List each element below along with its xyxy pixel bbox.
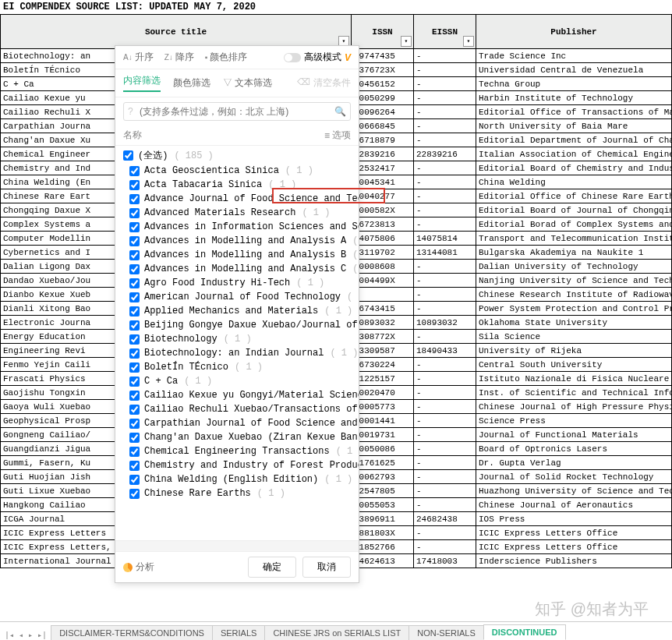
cell-eissn[interactable]: - (414, 274, 476, 288)
filter-list-item[interactable]: Agro Food Industry Hi-Tech( 1 ) (115, 276, 359, 290)
item-checkbox[interactable] (129, 391, 140, 401)
cell-eissn[interactable]: - (414, 428, 476, 442)
cell-issn[interactable]: 01761625 (352, 456, 414, 470)
text-filter-button[interactable]: ▽ 文本筛选 (223, 76, 272, 90)
cell-eissn[interactable]: - (414, 386, 476, 400)
tab-color-filter[interactable]: 颜色筛选 (173, 76, 210, 90)
cell-issn[interactable]: 02547805 (352, 484, 414, 498)
cell-eissn[interactable]: - (414, 105, 476, 119)
cell-publisher[interactable]: Editorial Borad of Complex Systems and C… (476, 217, 672, 232)
cell-publisher[interactable]: Board of Optronics Lasers (476, 442, 672, 456)
clear-conditions-button[interactable]: ⌫ 清空条件 (297, 76, 351, 90)
sort-color-button[interactable]: ▪ 颜色排序 (205, 51, 248, 64)
tab-content-filter[interactable]: 内容筛选 (123, 74, 161, 92)
cell-issn[interactable]: 10050086 (352, 442, 414, 456)
sort-asc-button[interactable]: A↓ 升序 (123, 51, 154, 64)
item-checkbox[interactable] (129, 489, 140, 499)
item-checkbox[interactable] (129, 433, 140, 443)
item-checkbox[interactable] (129, 180, 140, 190)
cell-publisher[interactable]: Editorial Board of Journal of Chongqing … (476, 203, 672, 217)
filter-dropdown-icon[interactable]: ▾ (401, 36, 412, 47)
cell-eissn[interactable]: - (414, 288, 476, 302)
cell-eissn[interactable]: - (414, 526, 476, 540)
filter-list-item[interactable]: Advanced Materials Research( 1 ) (115, 206, 359, 220)
cell-issn[interactable]: 10893032 (352, 316, 414, 330)
col-publisher[interactable]: Publisher (476, 15, 672, 49)
item-checkbox[interactable] (129, 194, 140, 204)
cell-issn[interactable]: 11225157 (352, 372, 414, 386)
cell-publisher[interactable]: Sila Science (476, 330, 672, 344)
cell-publisher[interactable]: Editorial Office of Chinese Rare Earths (476, 189, 672, 203)
cell-issn[interactable]: 10020470 (352, 386, 414, 400)
cell-publisher[interactable]: Editorial Office of Transactions of Mate… (476, 105, 672, 119)
cell-issn[interactable]: 22839216 (352, 147, 414, 161)
filter-list-item[interactable]: Chemistry and Industry of Forest Product… (115, 458, 359, 472)
filter-list-item[interactable]: Acta Tabacaria Sinica( 1 ) (115, 178, 359, 192)
item-checkbox[interactable] (129, 292, 140, 302)
cell-issn[interactable]: 16723813 (352, 217, 414, 232)
filter-list-item[interactable]: American Journal of Food Technology( 1 ) (115, 290, 359, 304)
item-checkbox[interactable] (129, 264, 140, 274)
cell-publisher[interactable]: Techna Group (476, 77, 672, 91)
item-checkbox[interactable] (129, 250, 140, 260)
filter-list-item[interactable]: China Welding (English Edition)( 1 ) (115, 472, 359, 486)
cell-publisher[interactable]: Science Press (476, 414, 672, 428)
filter-list-item[interactable]: Advances in Modelling and Analysis B( 1 … (115, 248, 359, 262)
cell-eissn[interactable]: - (414, 498, 476, 512)
cell-issn[interactable]: 10045341 (352, 175, 414, 189)
cell-publisher[interactable]: Transport and Telecommunication Institut… (476, 232, 672, 246)
sheet-tab-disclaimer[interactable]: DISCLAIMER-TERMS&CONDITIONS (51, 625, 213, 640)
cell-publisher[interactable]: Dalian University of Technology (476, 260, 672, 274)
col-source-title[interactable]: Source title ▾ (1, 15, 352, 49)
search-icon[interactable]: 🔍 (334, 106, 346, 117)
filter-list-item[interactable]: BoletÍn TÉcnico( 1 ) (115, 360, 359, 374)
cell-publisher[interactable]: University of Rijeka (476, 344, 672, 358)
item-checkbox[interactable] (129, 377, 140, 387)
cell-issn[interactable]: 14624613 (352, 554, 414, 568)
cell-publisher[interactable]: Chinese Journal of High Pressure Physics (476, 400, 672, 414)
cell-eissn[interactable]: - (414, 302, 476, 316)
cell-issn[interactable]: 10005773 (352, 400, 414, 414)
filter-list-item[interactable]: Chang'an Daxue Xuebao (Ziran Kexue Ban)/… (115, 430, 359, 444)
item-checkbox[interactable] (129, 405, 140, 415)
cell-issn[interactable]: 1004499X (352, 274, 414, 288)
cell-eissn[interactable]: - (414, 77, 476, 91)
cell-publisher[interactable]: Editorial Department of Journal of Chang… (476, 133, 672, 147)
item-checkbox[interactable] (129, 447, 140, 457)
item-checkbox[interactable] (129, 334, 140, 345)
cell-eissn[interactable]: - (414, 330, 476, 344)
item-checkbox[interactable] (129, 236, 140, 246)
cell-issn[interactable]: 1881803X (352, 526, 414, 540)
item-checkbox[interactable] (129, 419, 140, 429)
cell-issn[interactable]: 16718879 (352, 133, 414, 147)
filter-list-item[interactable]: Carpathian Journal of Food Science and T… (115, 416, 359, 430)
analyze-button[interactable]: 分析 (123, 560, 154, 574)
item-checkbox[interactable] (129, 461, 140, 471)
cell-issn[interactable]: 20666845 (352, 119, 414, 133)
sheet-tab-serials[interactable]: SERIALS (212, 625, 265, 640)
col-issn[interactable]: ISSN ▾ (352, 15, 414, 49)
item-checkbox[interactable] (129, 306, 140, 316)
cell-eissn[interactable]: - (414, 372, 476, 386)
cell-issn[interactable]: 10008608 (352, 260, 414, 274)
cell-publisher[interactable]: Harbin Institute of Technology (476, 91, 672, 105)
item-checkbox[interactable] (129, 222, 140, 232)
item-checkbox[interactable] (129, 348, 140, 359)
cell-issn[interactable]: 10096264 (352, 105, 414, 119)
cell-publisher[interactable]: Central South University (476, 358, 672, 372)
cell-issn[interactable]: 13309587 (352, 344, 414, 358)
cell-eissn[interactable]: 13144081 (414, 246, 476, 260)
filter-list-item[interactable]: Chemical Engineering Transactions( 1 ) (115, 444, 359, 458)
select-all-checkbox[interactable] (123, 150, 133, 161)
advanced-mode-toggle[interactable]: 高级模式 V (284, 51, 351, 64)
cell-eissn[interactable]: - (414, 217, 476, 232)
cell-issn[interactable]: 00456152 (352, 77, 414, 91)
cell-publisher[interactable]: Istituto Nazionale di Fisica Nucleare (476, 372, 672, 386)
cell-publisher[interactable]: Power System Protection and Control Pres… (476, 302, 672, 316)
filter-list-item[interactable]: Advances in Information Sciences and Ser… (115, 220, 359, 234)
cell-eissn[interactable]: - (414, 175, 476, 189)
cell-publisher[interactable]: North University of Baia Mare (476, 119, 672, 133)
cell-issn[interactable]: 0376723X (352, 63, 414, 77)
filter-list-item[interactable]: Advances in Modelling and Analysis C( 1 … (115, 262, 359, 276)
cell-publisher[interactable]: Oklahoma State University (476, 316, 672, 330)
